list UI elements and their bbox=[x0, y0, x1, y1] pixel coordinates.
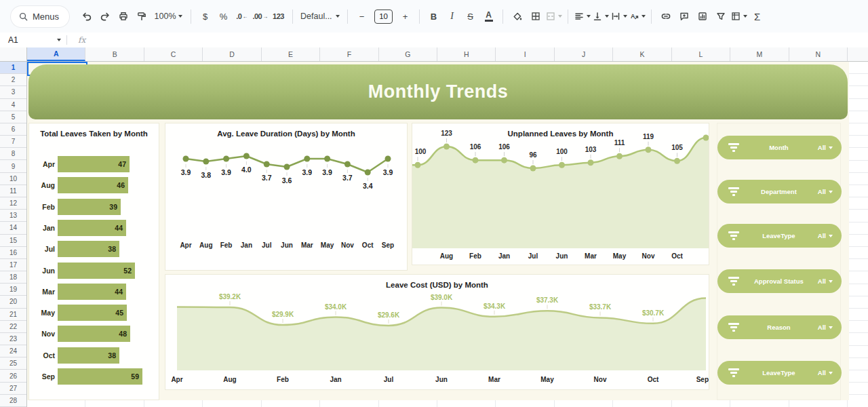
filter-pill-reason-4[interactable]: ReasonAll bbox=[717, 315, 842, 339]
zoom-control[interactable]: 100% bbox=[151, 7, 186, 26]
column-header-H[interactable]: H bbox=[437, 47, 496, 61]
svg-text:Jun: Jun bbox=[435, 376, 448, 383]
row-header-15[interactable]: 15 bbox=[0, 235, 26, 247]
chevron-down-icon bbox=[178, 15, 182, 18]
column-header-J[interactable]: J bbox=[555, 47, 613, 61]
increase-font-size-button[interactable]: + bbox=[396, 7, 414, 26]
row-header-4[interactable]: 4 bbox=[0, 99, 26, 111]
borders-button[interactable] bbox=[526, 7, 545, 26]
sheet-grid[interactable]: Monthly Trends Total Leaves Taken by Mon… bbox=[27, 62, 868, 407]
font-family-selector[interactable]: Defaul... bbox=[298, 7, 342, 26]
paint-format-button[interactable] bbox=[132, 7, 151, 26]
filter-pill-approval-status-3[interactable]: Approval StatusAll bbox=[717, 269, 842, 293]
row-header-11[interactable]: 11 bbox=[0, 185, 26, 197]
column-header-K[interactable]: K bbox=[613, 47, 671, 61]
column-header-L[interactable]: L bbox=[672, 47, 730, 61]
redo-button[interactable] bbox=[96, 7, 114, 26]
filter-pill-leavetype-2[interactable]: LeaveTypeAll bbox=[717, 224, 842, 248]
chevron-down-icon bbox=[642, 15, 646, 18]
filter-pill-month-0[interactable]: MonthAll bbox=[717, 136, 842, 159]
insert-link-button[interactable] bbox=[656, 7, 675, 26]
text-rotation-button[interactable]: A bbox=[628, 7, 646, 26]
row-header-1[interactable]: 1 bbox=[0, 62, 26, 74]
chart-unplanned-leaves[interactable]: 100123Aug106Feb106Jan96Jul100Jun103Mar11… bbox=[412, 123, 709, 265]
functions-button[interactable]: Σ bbox=[748, 7, 766, 26]
chart-total-leaves[interactable]: Total Leaves Taken by Month Apr47Aug46Fe… bbox=[28, 123, 159, 400]
chart-leave-cost[interactable]: Apr$39.2KAug$29.9KFeb$34.0KJan$29.6KJul$… bbox=[165, 274, 709, 390]
increase-decimal-button[interactable]: .00→ bbox=[251, 7, 269, 26]
svg-text:Mar: Mar bbox=[488, 376, 500, 383]
filter-pill-department-1[interactable]: DepartmentAll bbox=[717, 180, 842, 204]
row-header-3[interactable]: 3 bbox=[0, 86, 26, 98]
row-header-17[interactable]: 17 bbox=[0, 259, 26, 271]
insert-chart-button[interactable] bbox=[693, 7, 711, 26]
font-size-input[interactable]: 10 bbox=[374, 9, 393, 24]
column-header-D[interactable]: D bbox=[203, 47, 261, 61]
column-header-N[interactable]: N bbox=[789, 47, 848, 61]
row-header-5[interactable]: 5 bbox=[0, 111, 26, 123]
column-header-A[interactable]: A bbox=[27, 47, 85, 61]
row-header-10[interactable]: 10 bbox=[0, 173, 26, 185]
grid-corner[interactable] bbox=[0, 47, 27, 62]
svg-text:Feb: Feb bbox=[277, 376, 289, 383]
row-header-14[interactable]: 14 bbox=[0, 222, 26, 234]
format-currency-button[interactable]: $ bbox=[196, 7, 214, 26]
row-header-25[interactable]: 25 bbox=[0, 357, 26, 370]
filter-lines-icon bbox=[728, 231, 740, 240]
row-header-19[interactable]: 19 bbox=[0, 284, 26, 296]
bold-button[interactable]: B bbox=[425, 7, 443, 26]
decrease-font-size-button[interactable]: − bbox=[353, 7, 371, 26]
column-header-C[interactable]: C bbox=[144, 47, 203, 61]
insert-comment-button[interactable] bbox=[675, 7, 693, 26]
row-header-6[interactable]: 6 bbox=[0, 123, 26, 136]
undo-button[interactable] bbox=[77, 7, 96, 26]
more-formats-button[interactable]: 123 bbox=[269, 7, 288, 26]
text-color-button[interactable]: A bbox=[479, 7, 498, 26]
row-header-20[interactable]: 20 bbox=[0, 296, 26, 308]
pivot-table-button[interactable] bbox=[730, 7, 748, 26]
column-header-M[interactable]: M bbox=[730, 47, 789, 61]
fill-color-button[interactable] bbox=[508, 7, 526, 26]
filter-value: All bbox=[818, 277, 833, 285]
column-header-F[interactable]: F bbox=[320, 47, 378, 61]
row-header-8[interactable]: 8 bbox=[0, 148, 26, 160]
row-header-16[interactable]: 16 bbox=[0, 247, 26, 259]
row-header-27[interactable]: 27 bbox=[0, 383, 26, 395]
row-header-2[interactable]: 2 bbox=[0, 74, 26, 86]
column-header-E[interactable]: E bbox=[262, 47, 320, 61]
menus-button[interactable]: Menus bbox=[11, 6, 69, 27]
row-header-24[interactable]: 24 bbox=[0, 345, 26, 357]
row-header-18[interactable]: 18 bbox=[0, 271, 26, 284]
column-header-G[interactable]: G bbox=[379, 47, 437, 61]
format-percent-button[interactable]: % bbox=[214, 7, 233, 26]
row-header-26[interactable]: 26 bbox=[0, 370, 26, 383]
row-header-21[interactable]: 21 bbox=[0, 309, 26, 321]
row-header-12[interactable]: 12 bbox=[0, 197, 26, 210]
svg-text:Mar: Mar bbox=[301, 241, 313, 249]
row-header-22[interactable]: 22 bbox=[0, 321, 26, 333]
create-filter-button[interactable] bbox=[711, 7, 730, 26]
svg-text:Sep: Sep bbox=[696, 376, 709, 383]
column-header-I[interactable]: I bbox=[496, 47, 554, 61]
decrease-decimal-button[interactable]: .0← bbox=[233, 7, 251, 26]
row-header-13[interactable]: 13 bbox=[0, 210, 26, 222]
row-header-9[interactable]: 9 bbox=[0, 160, 26, 172]
row-header-7[interactable]: 7 bbox=[0, 136, 26, 148]
svg-text:Jun: Jun bbox=[281, 241, 293, 249]
horizontal-align-button[interactable] bbox=[573, 7, 591, 26]
italic-button[interactable]: I bbox=[443, 7, 461, 26]
column-header-B[interactable]: B bbox=[85, 47, 144, 61]
vertical-align-button[interactable] bbox=[591, 7, 610, 26]
filter-pill-leavetype-5[interactable]: LeaveTypeAll bbox=[717, 361, 842, 385]
strikethrough-button[interactable]: S bbox=[461, 7, 479, 26]
chart-avg-leave-duration[interactable]: Avg. Leave Duration (Days) by Month 3.9A… bbox=[165, 123, 408, 271]
svg-text:3.9: 3.9 bbox=[322, 168, 332, 176]
row-header-28[interactable]: 28 bbox=[0, 395, 26, 407]
merge-cells-button[interactable] bbox=[545, 7, 563, 26]
filter-lines-icon bbox=[728, 323, 740, 332]
cell-name-box[interactable]: A1 bbox=[0, 35, 65, 45]
print-button[interactable] bbox=[114, 7, 132, 26]
row-header-23[interactable]: 23 bbox=[0, 333, 26, 345]
text-wrap-button[interactable] bbox=[610, 7, 628, 26]
toolbar: Menus 100% bbox=[0, 0, 868, 33]
